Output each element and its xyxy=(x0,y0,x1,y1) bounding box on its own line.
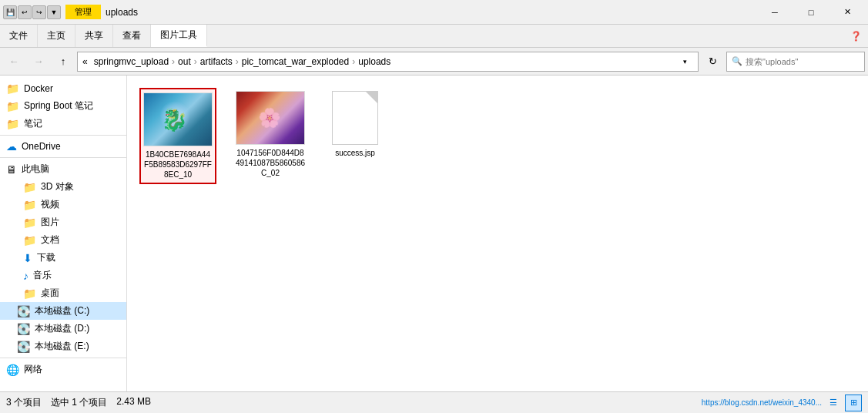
sidebar-label: OneDrive xyxy=(22,141,61,152)
undo-icon[interactable]: ↩ xyxy=(18,5,32,19)
file-thumbnail xyxy=(236,91,305,145)
file-item[interactable]: success.jsp xyxy=(324,88,386,161)
sidebar-item-pc[interactable]: 🖥 此电脑 xyxy=(0,160,126,178)
network-icon: 🌐 xyxy=(6,364,19,376)
crumb-artifacts[interactable]: artifacts xyxy=(200,56,233,67)
large-icons-view-button[interactable]: ⊞ xyxy=(845,395,862,411)
divider xyxy=(0,358,126,358)
quick-access-toolbar: 💾 ↩ ↪ ▼ xyxy=(3,5,61,19)
crumb-pic-tomcat[interactable]: pic_tomcat_war_exploded xyxy=(242,56,349,67)
sidebar-label: Spring Boot 笔记 xyxy=(24,99,93,112)
properties-icon[interactable]: ▼ xyxy=(47,5,61,19)
sidebar-item-3d[interactable]: 📁 3D 对象 xyxy=(0,178,126,196)
up-button[interactable]: ↑ xyxy=(52,51,74,72)
statusbar: 3 个项目 选中 1 个项目 2.43 MB https://blog.csdn… xyxy=(0,391,868,413)
divider xyxy=(0,135,126,136)
sidebar-item-docker[interactable]: 📁 Docker xyxy=(0,80,126,97)
address-bar[interactable]: « springmvc_upload › out › artifacts › p… xyxy=(77,52,699,72)
sidebar-item-docs[interactable]: 📁 文档 xyxy=(0,231,126,249)
file-thumbnail xyxy=(143,92,213,146)
sidebar-item-downloads[interactable]: ⬇ 下载 xyxy=(0,249,126,267)
sidebar-item-network[interactable]: 🌐 网络 xyxy=(0,361,126,378)
sidebar-label: 3D 对象 xyxy=(41,180,74,193)
search-input[interactable] xyxy=(746,57,860,66)
statusbar-url: https://blog.csdn.net/weixin_4340... xyxy=(702,398,822,407)
sidebar-item-notes[interactable]: 📁 笔记 xyxy=(0,115,126,133)
sidebar-item-drive-e[interactable]: 💽 本地磁盘 (E:) xyxy=(0,337,126,355)
ribbon-tab-file[interactable]: 文件 xyxy=(0,25,38,47)
ribbon: 文件 主页 共享 查看 图片工具 ❓ xyxy=(0,25,868,48)
sidebar-item-drive-d[interactable]: 💽 本地磁盘 (D:) xyxy=(0,320,126,337)
sidebar: 📁 Docker 📁 Spring Boot 笔记 📁 笔记 ☁ OneDriv… xyxy=(0,76,127,391)
ribbon-tab-home[interactable]: 主页 xyxy=(38,25,75,47)
address-toolbar: ← → ↑ « springmvc_upload › out › artifac… xyxy=(0,48,868,76)
sidebar-label: 本地磁盘 (E:) xyxy=(35,340,89,353)
file-icon xyxy=(332,91,378,145)
downloads-icon: ⬇ xyxy=(23,252,32,264)
video-icon: 📁 xyxy=(23,199,36,211)
sidebar-label: 笔记 xyxy=(24,117,42,130)
folder-icon: 📁 xyxy=(6,100,19,112)
sidebar-label: 此电脑 xyxy=(22,163,49,176)
selected-count: 选中 1 个项目 xyxy=(51,396,107,409)
sidebar-item-onedrive[interactable]: ☁ OneDrive xyxy=(0,138,126,155)
titlebar-left: 💾 ↩ ↪ ▼ 管理 uploads xyxy=(3,5,757,19)
sidebar-label: 网络 xyxy=(24,363,42,376)
search-icon: 🔍 xyxy=(732,56,742,66)
main-area: 📁 Docker 📁 Spring Boot 笔记 📁 笔记 ☁ OneDriv… xyxy=(0,76,868,391)
sidebar-scroll: 📁 Docker 📁 Spring Boot 笔记 📁 笔记 ☁ OneDriv… xyxy=(0,80,126,391)
crumb-root[interactable]: « xyxy=(82,56,88,67)
computer-icon: 🖥 xyxy=(6,163,17,176)
refresh-button[interactable]: ↻ xyxy=(702,51,723,72)
help-icon[interactable]: ❓ xyxy=(844,25,868,47)
drive-icon: 💽 xyxy=(17,323,30,335)
sidebar-item-desktop[interactable]: 📁 桌面 xyxy=(0,284,126,302)
window-controls: ─ □ ✕ xyxy=(757,0,865,25)
forward-button[interactable]: → xyxy=(28,51,49,72)
back-button[interactable]: ← xyxy=(3,51,25,72)
window-title: uploads xyxy=(106,7,138,18)
crumb-springmvc[interactable]: springmvc_upload xyxy=(94,56,169,67)
selected-size: 2.43 MB xyxy=(116,396,151,409)
drive-icon: 💽 xyxy=(17,341,30,353)
file-item[interactable]: 1047156F0D844D849141087B5860586C_02 xyxy=(232,88,309,181)
folder-icon: 📁 xyxy=(6,118,19,130)
sidebar-label: 音乐 xyxy=(33,269,52,282)
close-button[interactable]: ✕ xyxy=(829,0,865,25)
sidebar-item-video[interactable]: 📁 视频 xyxy=(0,196,126,213)
file-item[interactable]: 1B40CBE7698A44F5B89583D6297FF8EC_10 xyxy=(139,88,216,184)
search-bar[interactable]: 🔍 xyxy=(726,52,865,72)
redo-icon[interactable]: ↪ xyxy=(32,5,46,19)
sidebar-item-pictures[interactable]: 📁 图片 xyxy=(0,213,126,231)
ribbon-tab-share[interactable]: 共享 xyxy=(75,25,113,47)
content-area: 1B40CBE7698A44F5B89583D6297FF8EC_10 1047… xyxy=(127,76,868,391)
drive-icon: 💽 xyxy=(17,305,30,317)
folder-icon: 📁 xyxy=(23,181,36,193)
ribbon-tab-view[interactable]: 查看 xyxy=(113,25,151,47)
window-title-tab: 管理 xyxy=(65,5,101,19)
minimize-button[interactable]: ─ xyxy=(757,0,793,25)
desktop-icon: 📁 xyxy=(23,287,36,300)
sidebar-label: 下载 xyxy=(37,251,55,264)
crumb-out[interactable]: out xyxy=(178,56,191,67)
sidebar-item-drive-c[interactable]: 💽 本地磁盘 (C:) xyxy=(0,302,126,320)
address-dropdown-button[interactable]: ▾ xyxy=(676,53,693,70)
titlebar: 💾 ↩ ↪ ▼ 管理 uploads ─ □ ✕ xyxy=(0,0,868,25)
statusbar-right: https://blog.csdn.net/weixin_4340... ☰ ⊞ xyxy=(702,395,862,411)
details-view-button[interactable]: ☰ xyxy=(825,395,842,411)
sidebar-item-music[interactable]: ♪ 音乐 xyxy=(0,267,126,284)
docs-icon: 📁 xyxy=(23,234,36,247)
sidebar-item-springboot[interactable]: 📁 Spring Boot 笔记 xyxy=(0,97,126,115)
breadcrumb: « springmvc_upload › out › artifacts › p… xyxy=(82,56,390,67)
file-name: success.jsp xyxy=(335,148,375,158)
sidebar-label: 桌面 xyxy=(41,287,59,300)
sidebar-label: 本地磁盘 (C:) xyxy=(35,304,89,317)
maximize-button[interactable]: □ xyxy=(793,0,829,25)
ribbon-tab-picture-tools[interactable]: 图片工具 xyxy=(151,25,207,47)
crumb-uploads[interactable]: uploads xyxy=(358,56,390,67)
item-count: 3 个项目 xyxy=(6,396,42,409)
pictures-icon: 📁 xyxy=(23,217,36,229)
save-icon[interactable]: 💾 xyxy=(3,5,17,19)
file-name: 1B40CBE7698A44F5B89583D6297FF8EC_10 xyxy=(144,149,212,180)
sidebar-label: 视频 xyxy=(41,198,59,211)
